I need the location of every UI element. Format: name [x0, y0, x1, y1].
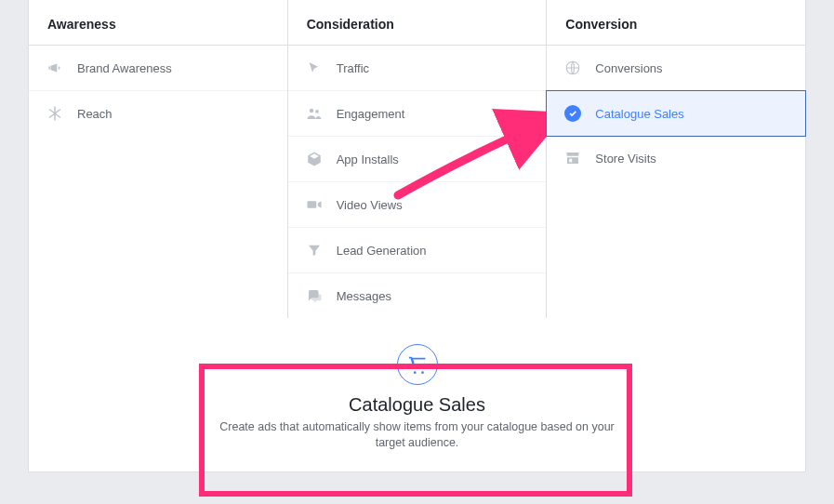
objective-label: Conversions — [595, 61, 662, 75]
objective-label: App Installs — [337, 153, 399, 166]
column-awareness: Awareness Brand Awareness Reach — [29, 0, 288, 318]
objective-label: Messages — [337, 289, 391, 303]
column-consideration: Consideration Traffic Engagement — [288, 0, 548, 318]
objective-conversions[interactable]: Conversions — [547, 46, 805, 91]
objective-panel: Awareness Brand Awareness Reach Consid — [28, 0, 806, 472]
detail-description: Create ads that automatically show items… — [218, 419, 617, 451]
objective-label: Lead Generation — [337, 244, 427, 258]
objective-label: Catalogue Sales — [595, 107, 683, 121]
objective-traffic[interactable]: Traffic — [288, 46, 547, 91]
megaphone-icon — [46, 59, 64, 77]
check-icon — [563, 104, 582, 123]
chat-icon — [305, 286, 324, 305]
objective-label: Traffic — [337, 61, 369, 75]
svg-rect-2 — [307, 201, 316, 208]
objective-label: Brand Awareness — [77, 61, 172, 75]
column-header: Conversion — [547, 0, 805, 46]
objective-app-installs[interactable]: App Installs — [288, 137, 547, 182]
cart-icon — [397, 344, 438, 385]
column-conversion: Conversion Conversions Catalogue Sales — [547, 0, 805, 318]
store-icon — [563, 149, 582, 167]
objective-label: Video Views — [337, 198, 403, 212]
svg-point-1 — [315, 110, 319, 113]
objective-detail: Catalogue Sales Create ads that automati… — [29, 318, 805, 471]
svg-point-0 — [309, 109, 313, 113]
objective-reach[interactable]: Reach — [29, 91, 287, 136]
globe-icon — [563, 59, 582, 77]
snowflake-icon — [46, 104, 64, 123]
objective-messages[interactable]: Messages — [288, 273, 547, 318]
objective-store-visits[interactable]: Store Visits — [547, 136, 805, 180]
objective-catalogue-sales[interactable]: Catalogue Sales — [546, 90, 806, 137]
objective-label: Reach — [77, 107, 113, 121]
box-icon — [305, 150, 324, 168]
objective-columns: Awareness Brand Awareness Reach Consid — [29, 0, 805, 318]
objective-video-views[interactable]: Video Views — [288, 182, 547, 228]
video-icon — [305, 195, 324, 214]
funnel-icon — [305, 241, 324, 259]
detail-title: Catalogue Sales — [29, 394, 805, 416]
people-icon — [305, 104, 324, 123]
column-header: Consideration — [288, 0, 547, 46]
cursor-icon — [305, 59, 324, 77]
objective-label: Engagement — [337, 107, 405, 121]
objective-lead-generation[interactable]: Lead Generation — [288, 228, 547, 273]
column-header: Awareness — [29, 0, 287, 46]
objective-brand-awareness[interactable]: Brand Awareness — [29, 46, 287, 91]
objective-engagement[interactable]: Engagement — [288, 91, 547, 137]
objective-label: Store Visits — [595, 152, 656, 166]
